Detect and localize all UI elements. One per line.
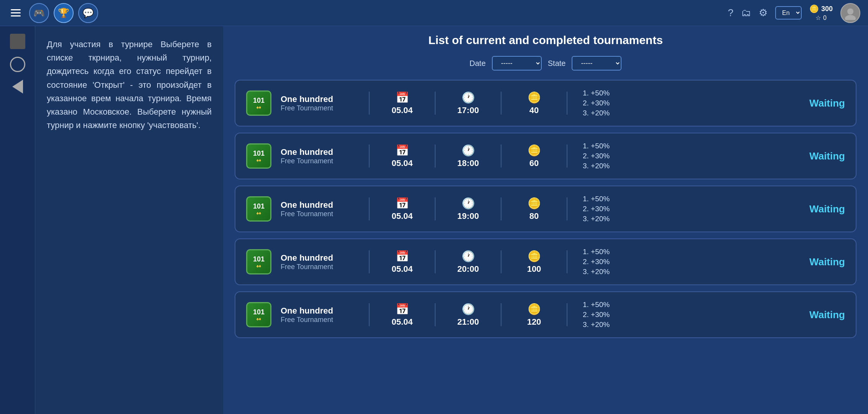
divider <box>369 145 370 168</box>
tournament-type: Free Tournament <box>281 263 357 271</box>
chat-nav-button[interactable]: 💬 <box>78 3 98 23</box>
divider <box>501 250 501 273</box>
tournament-list: 101 ♠♦ One hundred Free Tournament 📅 05.… <box>235 80 856 338</box>
tournament-time: 21:00 <box>457 317 479 327</box>
svg-point-0 <box>847 8 853 15</box>
info-panel: Для участия в турнире Выберете в списке … <box>35 26 223 414</box>
tournament-card[interactable]: 101 ♠♦ One hundred Free Tournament 📅 05.… <box>235 186 856 232</box>
tournament-players-stat: 🪙 120 <box>513 303 555 327</box>
clock-icon: 🕐 <box>462 144 475 157</box>
divider <box>501 303 501 326</box>
coins-stack-icon: 🪙 <box>528 91 541 104</box>
tournament-prizes: 1. +50% 2. +30% 3. +20% <box>583 301 636 329</box>
tournament-time-stat: 🕐 20:00 <box>447 250 489 274</box>
prize-2: 2. +30% <box>583 205 636 213</box>
coins-display: 🪙 300 <box>809 4 833 13</box>
settings-button[interactable]: ⚙ <box>759 7 768 19</box>
tournament-time: 20:00 <box>457 264 479 274</box>
tournament-status: Waiting <box>795 97 845 109</box>
divider <box>501 92 501 115</box>
tournament-players-stat: 🪙 60 <box>513 144 555 168</box>
prize-3: 3. +20% <box>583 268 636 276</box>
tournament-type: Free Tournament <box>281 316 357 324</box>
sidebar-square-icon[interactable] <box>10 34 25 49</box>
clock-icon: 🕐 <box>462 197 475 210</box>
tournament-info: One hundred Free Tournament <box>281 200 357 218</box>
prize-1: 1. +50% <box>583 195 636 203</box>
clock-icon: 🕐 <box>462 303 475 315</box>
tournament-type: Free Tournament <box>281 104 357 112</box>
prize-3: 3. +20% <box>583 320 636 329</box>
prize-1: 1. +50% <box>583 301 636 309</box>
divider <box>567 303 567 326</box>
tournament-date: 05.04 <box>391 105 413 115</box>
tournament-panel: List of current and completed tournament… <box>223 26 868 414</box>
tournament-name: One hundred <box>281 147 357 157</box>
calendar-icon: 📅 <box>396 91 409 104</box>
tournament-card[interactable]: 101 ♠♦ One hundred Free Tournament 📅 05.… <box>235 133 856 179</box>
trophy-nav-button[interactable]: 🏆 <box>54 3 74 23</box>
tournament-info: One hundred Free Tournament <box>281 94 357 112</box>
clock-icon: 🕐 <box>462 250 475 263</box>
divider <box>501 145 501 168</box>
avatar[interactable] <box>840 3 860 23</box>
divider <box>501 197 501 220</box>
tournament-date-stat: 📅 05.04 <box>381 197 423 221</box>
wallet-button[interactable]: 🗂 <box>741 7 751 19</box>
tournament-type: Free Tournament <box>281 157 357 165</box>
tournament-name: One hundred <box>281 306 357 316</box>
divider <box>435 145 436 168</box>
prize-1: 1. +50% <box>583 142 636 150</box>
divider <box>369 303 370 326</box>
menu-button[interactable] <box>8 5 25 21</box>
calendar-icon: 📅 <box>396 250 409 263</box>
help-button[interactable]: ? <box>728 7 733 19</box>
tournament-prizes: 1. +50% 2. +30% 3. +20% <box>583 142 636 170</box>
prize-3: 3. +20% <box>583 215 636 223</box>
tournament-info: One hundred Free Tournament <box>281 253 357 271</box>
tournament-prizes: 1. +50% 2. +30% 3. +20% <box>583 89 636 117</box>
tournament-card[interactable]: 101 ♠♦ One hundred Free Tournament 📅 05.… <box>235 291 856 338</box>
tournament-date: 05.04 <box>391 211 413 221</box>
tournament-players: 100 <box>527 264 541 274</box>
topbar-right: ? 🗂 ⚙ En Ru 🪙 300 ☆ 0 <box>728 3 860 23</box>
tournament-time: 17:00 <box>457 105 479 115</box>
date-filter-label: Date <box>470 59 486 68</box>
date-filter-select[interactable]: ----- <box>492 56 542 71</box>
divider <box>435 303 436 326</box>
prize-1: 1. +50% <box>583 248 636 256</box>
tournament-name: One hundred <box>281 94 357 104</box>
sidebar-arrow-icon[interactable] <box>12 80 23 94</box>
tournament-status: Waiting <box>795 203 845 215</box>
tournament-time: 18:00 <box>457 158 479 168</box>
tournament-players: 60 <box>529 158 539 168</box>
prize-2: 2. +30% <box>583 258 636 266</box>
state-filter-select[interactable]: ----- <box>572 56 621 71</box>
tournament-name: One hundred <box>281 253 357 263</box>
tournament-players-stat: 🪙 100 <box>513 250 555 274</box>
prize-2: 2. +30% <box>583 99 636 107</box>
tournament-name: One hundred <box>281 200 357 210</box>
language-select[interactable]: En Ru <box>775 6 802 20</box>
tournament-card[interactable]: 101 ♠♦ One hundred Free Tournament 📅 05.… <box>235 238 856 285</box>
coins-amount: 300 <box>821 5 833 13</box>
tournament-date: 05.04 <box>391 264 413 274</box>
divider <box>369 250 370 273</box>
tournament-players-stat: 🪙 80 <box>513 197 555 221</box>
games-nav-button[interactable]: 🎮 <box>29 3 49 23</box>
divider <box>567 197 567 220</box>
tournament-date-stat: 📅 05.04 <box>381 144 423 168</box>
prize-1: 1. +50% <box>583 89 636 97</box>
topbar: 🎮 🏆 💬 ? 🗂 ⚙ En Ru 🪙 300 ☆ 0 <box>0 0 868 26</box>
state-filter-label: State <box>548 59 566 68</box>
sidebar-circle-icon[interactable] <box>10 57 25 72</box>
left-sidebar <box>0 26 35 414</box>
content-panel: Для участия в турнире Выберете в списке … <box>35 26 868 414</box>
svg-point-1 <box>845 15 856 20</box>
filters-row: Date ----- State ----- <box>235 56 856 71</box>
divider <box>369 92 370 115</box>
main-layout: Для участия в турнире Выберете в списке … <box>0 26 868 414</box>
divider <box>435 197 436 220</box>
tournament-card[interactable]: 101 ♠♦ One hundred Free Tournament 📅 05.… <box>235 80 856 127</box>
tournament-status: Waiting <box>795 150 845 162</box>
